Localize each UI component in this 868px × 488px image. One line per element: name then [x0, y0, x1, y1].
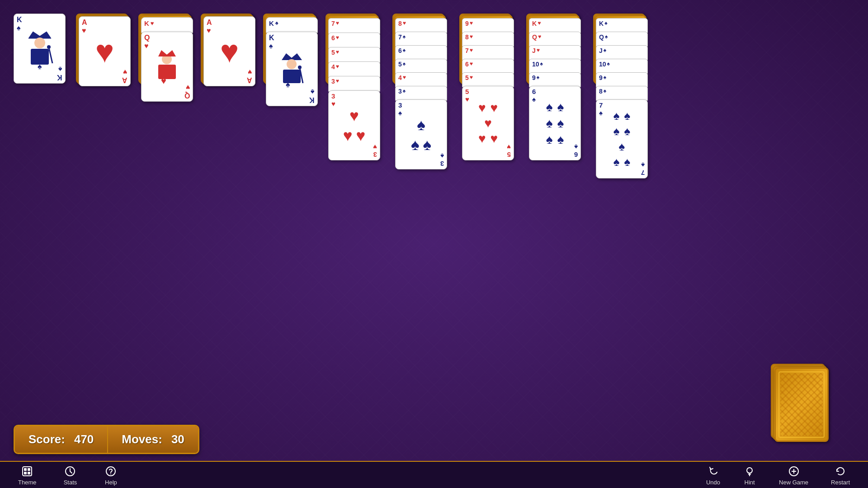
column-5[interactable]: K ♠ K♠ ♠ [263, 14, 317, 113]
undo-icon [707, 465, 720, 478]
card-k-spades-col1[interactable]: K♠ ♠ [14, 14, 66, 84]
help-icon [104, 465, 118, 478]
column-7[interactable]: 8♥ 7♠ 6♠ 5♠ 4♥ 3♠ 3♠ [392, 14, 451, 208]
theme-icon [20, 465, 34, 478]
svg-rect-17 [24, 468, 27, 471]
game-area: K♠ ♠ [0, 0, 868, 461]
stats-icon [63, 465, 77, 478]
svg-rect-19 [24, 472, 27, 474]
column-4[interactable]: A♥ ♥ A♥ [201, 14, 255, 88]
svg-line-3 [49, 47, 52, 63]
stock-pile[interactable] [771, 364, 832, 443]
columns-container: K♠ ♠ [14, 9, 854, 217]
restart-icon [834, 465, 847, 478]
svg-rect-16 [23, 467, 32, 476]
column-9[interactable]: K♥ Q♥ J♥ 10♠ 9♠ 6♠ ♠♠ [526, 14, 585, 194]
svg-marker-7 [158, 50, 176, 56]
svg-point-1 [34, 38, 45, 48]
score-bar: Score: 470 Moves: 30 [14, 425, 199, 454]
svg-marker-10 [282, 53, 302, 60]
svg-point-23 [110, 474, 111, 474]
new-game-icon [787, 465, 801, 478]
undo-label: Undo [706, 479, 720, 486]
hint-label: Hint [745, 479, 755, 486]
new-game-button[interactable]: New Game [779, 465, 808, 486]
stats-label: Stats [64, 479, 77, 486]
help-button[interactable]: Help [104, 465, 118, 486]
svg-rect-18 [28, 468, 30, 471]
column-8[interactable]: 9♥ 8♥ 7♥ 6♥ 5♥ 5♥ ♥♥ [459, 14, 518, 194]
hint-button[interactable]: Hint [743, 465, 756, 486]
restart-button[interactable]: Restart [831, 465, 850, 486]
column-2[interactable]: A♥ ♥ A♥ [76, 14, 130, 86]
svg-text:♠: ♠ [286, 80, 290, 89]
svg-marker-0 [28, 32, 51, 38]
moves-section: Moves: 30 [107, 426, 198, 453]
toolbar-right: Undo Hint New Gam [706, 465, 850, 486]
hint-icon [743, 465, 756, 478]
score-value: 470 [74, 432, 94, 446]
column-3[interactable]: K ♥ Q♥ ♥ Q♥ [138, 14, 193, 104]
toolbar-left: Theme Stats Help [18, 465, 118, 486]
svg-point-14 [298, 66, 302, 69]
svg-point-4 [47, 45, 51, 49]
svg-rect-20 [28, 472, 30, 474]
help-label: Help [105, 479, 117, 486]
svg-text:♥: ♥ [161, 76, 166, 86]
score-section: Score: 470 [15, 426, 107, 453]
new-game-label: New Game [779, 479, 808, 486]
moves-label: Moves: [122, 432, 162, 446]
toolbar: Theme Stats Help [0, 461, 868, 488]
column-6[interactable]: 7♥ 6♥ 5♥ 4♥ 3♥ [326, 14, 384, 185]
theme-button[interactable]: Theme [18, 465, 36, 486]
stats-button[interactable]: Stats [63, 465, 77, 486]
moves-value: 30 [171, 432, 184, 446]
restart-label: Restart [831, 479, 850, 486]
theme-label: Theme [18, 479, 36, 486]
svg-text:♠: ♠ [38, 62, 42, 70]
column-10[interactable]: K♠ Q♠ J♠ 10♠ 9♠ 8♠ 7♠ [593, 14, 652, 217]
column-1[interactable]: K♠ ♠ [14, 14, 68, 86]
svg-point-24 [747, 468, 752, 473]
svg-point-11 [287, 59, 297, 69]
undo-button[interactable]: Undo [706, 465, 720, 486]
score-label: Score: [28, 432, 65, 446]
